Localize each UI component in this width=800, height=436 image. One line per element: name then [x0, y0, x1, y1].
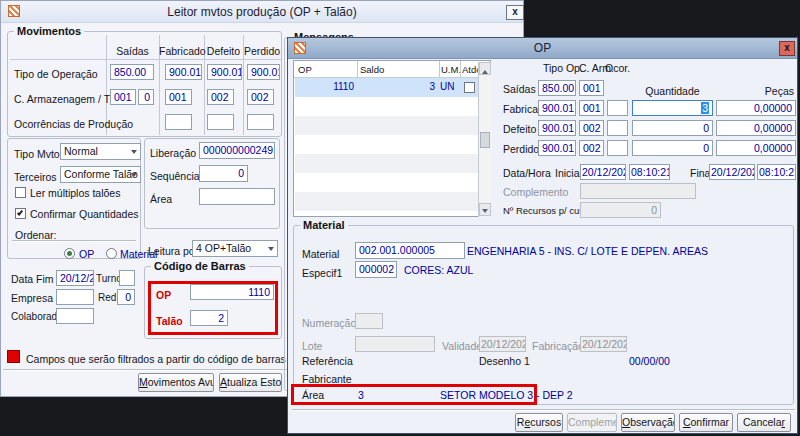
- ocorrencias-perdido-field[interactable]: [247, 114, 274, 130]
- final-time-field[interactable]: 08:10:21: [757, 164, 796, 180]
- red-field[interactable]: 0: [117, 289, 135, 305]
- fabricado-quantidade-field[interactable]: 3: [632, 100, 713, 116]
- defeito-ocor-field[interactable]: [607, 120, 628, 136]
- liberacao-label: Liberação: [150, 147, 196, 159]
- close-icon[interactable]: x: [779, 41, 795, 56]
- terceiros-label: Terceiros: [14, 171, 57, 183]
- grid-atdo-checkbox[interactable]: [464, 82, 475, 93]
- defeito-pecas-field[interactable]: 0,00000: [716, 120, 796, 136]
- grid-row[interactable]: [295, 154, 478, 173]
- perdido-arm-field[interactable]: 002: [579, 140, 604, 156]
- grid-row[interactable]: [295, 116, 478, 135]
- empresa-field[interactable]: [56, 289, 94, 305]
- confirmar-quantidades-checkbox[interactable]: [15, 208, 26, 219]
- release-group: Liberação 000000000249 Sequência 0 Área: [144, 138, 280, 229]
- liberacao-field[interactable]: 000000000249: [199, 142, 275, 159]
- grid-header-saldo[interactable]: Saldo: [360, 64, 384, 75]
- referencia-label: Referência: [302, 355, 353, 367]
- ocorrencias-fabricado-field[interactable]: [165, 114, 192, 130]
- tipo-operacao-defeito-field[interactable]: 900.01: [207, 64, 242, 80]
- button-text: Cancela: [743, 416, 782, 428]
- grid-selected-row[interactable]: 1110 3 UN: [295, 78, 478, 97]
- terceiros-value: Conforme Talão: [64, 168, 138, 180]
- ordenar-op-radio[interactable]: [64, 248, 75, 259]
- area-field[interactable]: [199, 188, 275, 205]
- defeito-quantidade-field[interactable]: 0: [632, 120, 713, 136]
- sequencia-field[interactable]: 0: [199, 165, 248, 182]
- inicial-time-field[interactable]: 08:10:21: [629, 164, 670, 180]
- row-label-tipo-operacao: Tipo de Operação: [14, 68, 98, 80]
- grid-header-um[interactable]: U.M.: [441, 64, 461, 75]
- recursos-button[interactable]: Recursos: [515, 413, 563, 432]
- codigo-barras-group: Código de Barras OP 1110 Talão 2: [144, 266, 282, 339]
- op-grid: OP Saldo U.M. Atdo. 1110 3 UN: [293, 60, 491, 217]
- leitura-por-select[interactable]: 4 OP+Talão: [192, 240, 278, 257]
- tipo-operacao-saidas-field[interactable]: 850.00: [110, 64, 154, 80]
- scrollbar-thumb[interactable]: [480, 132, 490, 148]
- atualiza-estoque-button[interactable]: Atualiza Estoque: [219, 373, 282, 392]
- tipo-operacao-perdido-field[interactable]: 900.01: [247, 64, 280, 80]
- inicial-date-field[interactable]: 20/12/2021: [580, 164, 626, 180]
- close-icon[interactable]: x: [506, 5, 524, 20]
- grid-row[interactable]: [295, 192, 478, 211]
- data-fim-field[interactable]: 20/12/21: [56, 270, 94, 286]
- column-divider: [460, 61, 461, 78]
- red-legend-icon: [7, 350, 20, 363]
- barcode-op-field[interactable]: 1110: [190, 284, 274, 300]
- fabricado-pecas-field[interactable]: 0,00000: [716, 100, 796, 116]
- confirmar-quantidades-label[interactable]: Confirmar Quantidades: [30, 208, 139, 220]
- grid-header-op[interactable]: OP: [298, 64, 312, 75]
- fabricado-tipo-field[interactable]: 900.01: [538, 100, 576, 116]
- button-text: tualiza Estoque: [227, 376, 282, 388]
- button-text: cursos: [530, 416, 561, 428]
- op-window-titlebar[interactable]: OP x: [288, 38, 797, 59]
- button-text: ovimentos Avulsos: [148, 376, 214, 388]
- material-legend: Material: [300, 219, 348, 231]
- tipo-operacao-fabricado-field[interactable]: 900.01: [165, 64, 202, 80]
- barcode-talao-field[interactable]: 2: [190, 310, 228, 326]
- colaborador-field[interactable]: [56, 308, 94, 324]
- cancelar-button[interactable]: Cancelar: [737, 413, 791, 432]
- tipo-mvto-select[interactable]: Normal: [60, 143, 141, 160]
- scroll-up-icon[interactable]: [479, 62, 491, 75]
- turno-label: Turno: [96, 273, 122, 284]
- fabricado-ocor-field[interactable]: [607, 100, 628, 116]
- op-window: OP x OP Saldo U.M. Atdo. 1110 3 UN: [287, 37, 798, 434]
- defeito-tipo-field[interactable]: 900.01: [538, 120, 576, 136]
- scroll-down-icon[interactable]: [479, 203, 491, 216]
- fabricado-arm-field[interactable]: 001: [579, 100, 604, 116]
- confirmar-button[interactable]: Confirmar: [679, 413, 733, 432]
- perdido-tipo-field[interactable]: 900.01: [538, 140, 576, 156]
- main-window-titlebar[interactable]: Leitor mvtos produção (OP + Talão) x: [1, 1, 523, 23]
- movimentos-avulsos-button[interactable]: Movimentos Avulsos: [138, 373, 214, 392]
- observacao-button[interactable]: Observação: [621, 413, 675, 432]
- chevron-down-icon: [268, 247, 274, 254]
- grid-scrollbar[interactable]: [478, 62, 491, 217]
- grid-cell-um: UN: [440, 81, 454, 92]
- op-window-title: OP: [288, 38, 797, 59]
- material-code-field[interactable]: 002.001.000005: [355, 242, 465, 259]
- ordenar-material-radio[interactable]: [106, 248, 117, 259]
- armazenagem-fabricado-field[interactable]: 001: [165, 89, 192, 105]
- saidas-tipo-field[interactable]: 850.00: [538, 80, 576, 96]
- ocorrencias-defeito-field[interactable]: [207, 114, 234, 130]
- perdido-quantidade-field[interactable]: 0: [632, 140, 713, 156]
- turno-field[interactable]: [119, 270, 135, 286]
- perdido-pecas-field[interactable]: 0,00000: [716, 140, 796, 156]
- armazenagem-defeito-field[interactable]: 002: [207, 89, 234, 105]
- final-date-field[interactable]: 20/12/2021: [709, 164, 755, 180]
- defeito-arm-field[interactable]: 002: [579, 120, 604, 136]
- armazenagem-saidas-field[interactable]: 001: [110, 89, 136, 105]
- movimentos-legend: Movimentos: [14, 25, 84, 37]
- ordenar-op-label[interactable]: OP: [79, 248, 94, 260]
- ler-multiplos-checkbox[interactable]: [15, 187, 26, 198]
- perdido-ocor-field[interactable]: [607, 140, 628, 156]
- armazenagem-perdido-field[interactable]: 002: [247, 89, 274, 105]
- header-pecas: Peças: [716, 85, 794, 97]
- ler-multiplos-label[interactable]: Ler múltiplos talões: [30, 187, 120, 199]
- saidas-arm-field[interactable]: 001: [579, 80, 604, 96]
- especif1-code-field[interactable]: 000002: [355, 261, 397, 278]
- check-icon: [17, 209, 23, 216]
- armazenagem-saidas-tg-field[interactable]: 0: [138, 89, 154, 105]
- terceiros-select[interactable]: Conforme Talão: [60, 166, 141, 183]
